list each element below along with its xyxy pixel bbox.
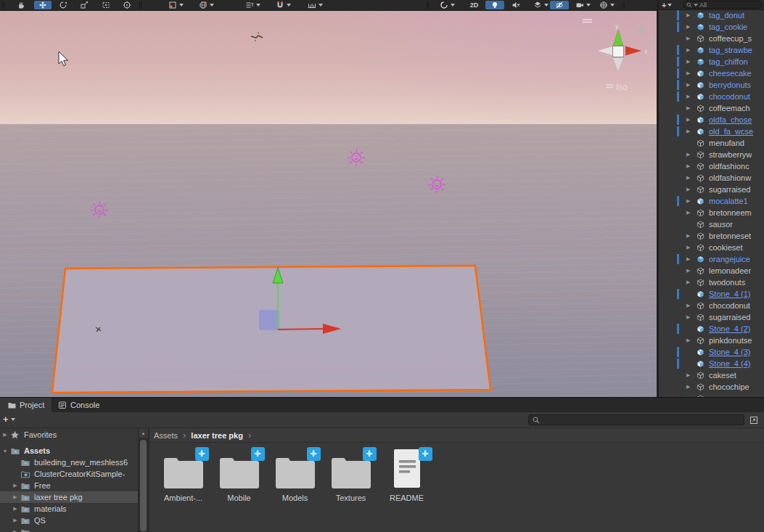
hierarchy-item[interactable]: ▶chocochipe (659, 381, 764, 393)
hierarchy-item[interactable]: ▶twodonuts (659, 277, 764, 288)
hierarchy-item[interactable]: ▶sausor (659, 218, 764, 230)
2d-view-toggle[interactable]: 2D (464, 1, 484, 9)
expand-arrow-icon[interactable]: ▶ (686, 91, 696, 102)
tree-item[interactable]: ▶laxer tree pkg (0, 491, 138, 503)
hierarchy-item[interactable]: ▶coffeecup_s (659, 33, 764, 44)
expand-arrow-icon[interactable]: ▶ (686, 172, 696, 184)
expand-arrow-icon[interactable]: ▶ (686, 21, 696, 33)
move-gizmo-xy-plane-handle[interactable] (260, 311, 279, 330)
hierarchy-item[interactable]: ▶bretonneset (659, 230, 764, 242)
scene-visibility-toggle[interactable] (550, 1, 569, 9)
expand-arrow-icon[interactable]: ▶ (686, 381, 696, 393)
tree-item[interactable]: ▶QS (0, 515, 138, 526)
tree-item[interactable]: ▶ (0, 526, 138, 532)
expand-arrow-icon[interactable]: ▶ (686, 126, 696, 137)
expand-arrow-icon[interactable]: ▶ (686, 67, 696, 79)
hierarchy-item[interactable]: ▶sugarraised (659, 311, 764, 323)
expand-arrow-icon[interactable]: ▶ (686, 160, 696, 172)
expand-arrow-icon[interactable]: ▶ (686, 184, 696, 195)
hierarchy-item[interactable]: ▶menufand (659, 137, 764, 149)
iso-projection-label[interactable]: Iso (606, 82, 628, 92)
hierarchy-item[interactable]: ▶old_fa_wcse (659, 126, 764, 137)
tree-item[interactable]: buileding_new_meshless6 (0, 457, 138, 468)
hierarchy-item[interactable]: ▶chocodonut (659, 300, 764, 311)
hierarchy-item[interactable]: ▶Stone_4 (4) (659, 358, 764, 369)
expand-arrow-icon[interactable]: ▶ (12, 494, 19, 500)
expand-arrow-icon[interactable]: ▶ (686, 369, 696, 381)
breadcrumb-root[interactable]: Assets (154, 431, 178, 440)
rotate-tool-button[interactable] (55, 1, 71, 9)
tab-project[interactable]: Project (0, 398, 52, 412)
expand-arrow-icon[interactable]: ▼ (1, 449, 9, 454)
open-asset-window-button[interactable] (748, 414, 760, 425)
tree-item[interactable]: ▼Assets (0, 445, 138, 457)
hierarchy-item[interactable]: ▶tag_donut (659, 9, 764, 21)
gizmo-center-cube[interactable] (613, 46, 624, 57)
expand-arrow-icon[interactable]: ▶ (686, 195, 696, 207)
hierarchy-item[interactable]: ▶tag_strawbe (659, 44, 764, 56)
hierarchy-item[interactable]: ▶oldfashionc (659, 160, 764, 172)
hierarchy-item[interactable]: ▶chocodonut (659, 91, 764, 102)
camera-settings-button[interactable] (570, 1, 596, 9)
hierarchy-item[interactable]: ▶tag_chiffon (659, 56, 764, 67)
scene-view[interactable]: y x Iso (0, 10, 657, 397)
asset-item[interactable]: +README (379, 450, 435, 502)
snap-magnet-button[interactable] (268, 1, 297, 9)
expand-arrow-icon[interactable]: ▶ (686, 230, 696, 242)
hierarchy-item[interactable]: ▶Stone_4 (2) (659, 323, 764, 335)
expand-arrow-icon[interactable]: ▶ (12, 529, 19, 532)
grid-visibility-button[interactable] (238, 1, 267, 9)
expand-arrow-icon[interactable]: ▶ (686, 79, 696, 91)
snap-increment-button[interactable] (299, 1, 331, 9)
expand-arrow-icon[interactable]: ▶ (686, 253, 696, 265)
expand-arrow-icon[interactable]: ▶ (686, 335, 696, 346)
transform-tool-button[interactable] (119, 1, 135, 9)
tree-scrollbar[interactable]: ▲ (138, 428, 148, 532)
scrollbar-thumb[interactable] (140, 440, 147, 531)
expand-arrow-icon[interactable]: ▶ (686, 277, 696, 288)
expand-arrow-icon[interactable]: ▶ (686, 265, 696, 277)
project-create-button[interactable]: + (3, 414, 15, 425)
tree-item[interactable]: ▶Free (0, 480, 138, 491)
expand-arrow-icon[interactable]: ▶ (686, 102, 696, 114)
breadcrumb-current[interactable]: laxer tree pkg (191, 431, 243, 440)
pivot-toggle-button[interactable] (161, 1, 190, 9)
expand-arrow-icon[interactable]: ▶ (1, 432, 9, 438)
asset-item[interactable]: +Ambient-... (155, 450, 211, 502)
project-search-input[interactable] (528, 414, 744, 425)
scene-menu-icon[interactable] (583, 20, 592, 22)
hierarchy-item[interactable]: ▶cheesecake (659, 67, 764, 79)
hierarchy-item[interactable]: ▶oldfashionw (659, 172, 764, 184)
expand-arrow-icon[interactable]: ▶ (686, 56, 696, 67)
move-gizmo-x-axis[interactable] (278, 329, 324, 330)
move-tool-button[interactable] (34, 1, 52, 9)
expand-arrow-icon[interactable]: ▶ (686, 242, 696, 253)
gizmo-x-cone[interactable] (625, 46, 641, 56)
hierarchy-item[interactable]: ▶sugarraised (659, 184, 764, 195)
expand-arrow-icon[interactable]: ▶ (686, 300, 696, 311)
hierarchy-item[interactable]: ▶Stone_4 (1) (659, 288, 764, 300)
expand-arrow-icon[interactable]: ▶ (686, 9, 696, 21)
expand-arrow-icon[interactable]: ▶ (686, 311, 696, 323)
hierarchy-item[interactable]: ▶oldfa_chose (659, 114, 764, 126)
gizmos-menu-button[interactable] (593, 1, 620, 9)
expand-arrow-icon[interactable]: ▶ (686, 33, 696, 44)
scene-lock-icon[interactable] (638, 26, 645, 33)
asset-item[interactable]: +Textures (323, 450, 379, 502)
hierarchy-item[interactable]: ▶berrydonuts (659, 79, 764, 91)
scroll-up-button[interactable]: ▲ (139, 428, 148, 438)
expand-arrow-icon[interactable]: ▶ (12, 506, 19, 512)
distant-sprite[interactable] (251, 33, 263, 42)
flower-sprite[interactable] (91, 202, 107, 218)
expand-arrow-icon[interactable]: ▶ (686, 149, 696, 160)
hierarchy-item[interactable]: ▶pinkdonutse (659, 335, 764, 346)
asset-item[interactable]: +Mobile (211, 450, 267, 502)
scene-lighting-toggle[interactable] (485, 1, 504, 9)
rect-tool-button[interactable] (98, 1, 114, 9)
gizmo-bottom-cone[interactable] (613, 58, 623, 71)
tree-item[interactable]: ClusterCreatorKitSample- (0, 468, 138, 480)
asset-item[interactable]: +Models (267, 450, 323, 502)
expand-arrow-icon[interactable]: ▶ (686, 207, 696, 218)
hierarchy-item[interactable]: ▶strawberryw (659, 149, 764, 160)
gizmo-y-cone[interactable] (613, 30, 623, 46)
